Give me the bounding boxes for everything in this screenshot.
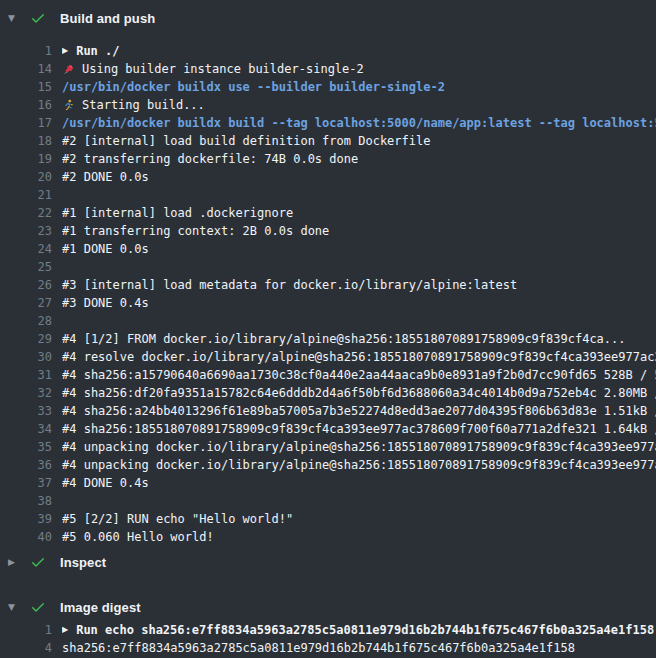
line-number[interactable]: 4 [0,639,52,657]
line-number[interactable]: 16 [0,96,52,114]
line-number[interactable]: 29 [0,330,52,348]
line-content: #1 transferring context: 2B 0.0s done [62,222,656,240]
log-line: 17 /usr/bin/docker buildx build --tag lo… [0,114,656,132]
line-number[interactable]: 30 [0,348,52,366]
line-text: Using builder instance builder-single-2 [82,60,364,78]
line-content: #1 [internal] load .dockerignore [62,204,656,222]
line-content: ▶Run ./ [62,42,656,60]
line-number[interactable]: 28 [0,312,52,330]
log-line: 28 [0,312,656,330]
section-title: Inspect [60,555,106,570]
section-title: Image digest [60,600,141,615]
log-line: 21 [0,186,656,204]
line-text: #4 [1/2] FROM docker.io/library/alpine@s… [62,330,626,348]
line-number[interactable]: 27 [0,294,52,312]
line-content: #4 [1/2] FROM docker.io/library/alpine@s… [62,330,656,348]
log-line: 14 Using builder instance builder-single… [0,60,656,78]
log-line: 26 #3 [internal] load metadata for docke… [0,276,656,294]
line-number[interactable]: 25 [0,258,52,276]
line-number[interactable]: 38 [0,492,52,510]
line-number[interactable]: 32 [0,384,52,402]
line-text: #2 transferring dockerfile: 74B 0.0s don… [62,150,358,168]
disclosure-triangle-icon[interactable]: ▼ [8,13,20,23]
log-section-build-and-push: ▼ Build and push 1 ▶Run ./ 14 Using buil… [0,6,656,550]
section-header[interactable]: ▼ Build and push [0,6,656,30]
line-number[interactable]: 14 [0,60,52,78]
log-line: 16 Starting build... [0,96,656,114]
line-content: ▶Run echo sha256:e7ff8834a5963a2785c5a08… [62,621,656,639]
line-content: #5 0.060 Hello world! [62,528,656,546]
line-content: /usr/bin/docker buildx use --builder bui… [62,78,656,96]
log-line: 1 ▶Run echo sha256:e7ff8834a5963a2785c5a… [0,621,656,639]
line-text: #4 sha256:a15790640a6690aa1730c38cf0a440… [62,366,656,384]
line-content [62,186,656,204]
section-header[interactable]: ▼ Image digest [0,595,656,619]
line-content: #3 DONE 0.4s [62,294,656,312]
log-line: 37 #4 DONE 0.4s [0,474,656,492]
pushpin-icon [62,63,75,76]
section-header[interactable]: ▶ Inspect [0,550,656,574]
expand-run-icon[interactable]: ▶ [62,621,68,639]
line-number[interactable]: 17 [0,114,52,132]
line-number[interactable]: 24 [0,240,52,258]
line-number[interactable]: 37 [0,474,52,492]
line-content: #4 resolve docker.io/library/alpine@sha2… [62,348,656,366]
line-number[interactable]: 36 [0,456,52,474]
line-text: #5 0.060 Hello world! [62,528,214,546]
line-number[interactable]: 22 [0,204,52,222]
line-content: #2 [internal] load build definition from… [62,132,656,150]
line-content [62,312,656,330]
line-number[interactable]: 40 [0,528,52,546]
log-line: 23 #1 transferring context: 2B 0.0s done [0,222,656,240]
line-number[interactable]: 1 [0,621,52,639]
section-title: Build and push [60,11,155,26]
expand-run-icon[interactable]: ▶ [62,42,68,60]
line-content: #2 DONE 0.0s [62,168,656,186]
line-number[interactable]: 21 [0,186,52,204]
log-line: 25 [0,258,656,276]
line-text: /usr/bin/docker buildx build --tag local… [62,114,656,132]
log-line: 38 [0,492,656,510]
line-number[interactable]: 18 [0,132,52,150]
line-text: #4 sha256:a24bb4013296f61e89ba57005a7b3e… [62,402,656,420]
log-line: 40 #5 0.060 Hello world! [0,528,656,546]
line-number[interactable]: 26 [0,276,52,294]
line-content: Starting build... [62,96,656,114]
line-text: Run echo sha256:e7ff8834a5963a2785c5a081… [76,621,654,639]
log-line: 22 #1 [internal] load .dockerignore [0,204,656,222]
line-number[interactable]: 35 [0,438,52,456]
line-content: #3 [internal] load metadata for docker.i… [62,276,656,294]
line-content: sha256:e7ff8834a5963a2785c5a0811e979d16b… [62,639,656,657]
line-number[interactable]: 19 [0,150,52,168]
line-text: #2 DONE 0.0s [62,168,149,186]
disclosure-triangle-icon[interactable]: ▼ [8,602,20,612]
line-number[interactable]: 31 [0,366,52,384]
line-content: #4 sha256:a15790640a6690aa1730c38cf0a440… [62,366,656,384]
log-line: 1 ▶Run ./ [0,42,656,60]
line-number[interactable]: 39 [0,510,52,528]
log-line: 39 #5 [2/2] RUN echo "Hello world!" [0,510,656,528]
log-line: 15 /usr/bin/docker buildx use --builder … [0,78,656,96]
line-content: #1 DONE 0.0s [62,240,656,258]
line-content: #4 sha256:185518070891758909c9f839cf4ca3… [62,420,656,438]
line-number[interactable]: 33 [0,402,52,420]
log-section-image-digest: ▼ Image digest 1 ▶Run echo sha256:e7ff88… [0,595,656,657]
line-text: Run ./ [76,42,119,60]
line-content: #5 [2/2] RUN echo "Hello world!" [62,510,656,528]
line-number[interactable]: 23 [0,222,52,240]
line-content: Using builder instance builder-single-2 [62,60,656,78]
log-section-inspect: ▶ Inspect [0,550,656,574]
disclosure-triangle-icon[interactable]: ▶ [8,557,20,567]
line-text: #4 resolve docker.io/library/alpine@sha2… [62,348,656,366]
line-text: #3 DONE 0.4s [62,294,149,312]
line-number[interactable]: 20 [0,168,52,186]
line-text: #4 sha256:df20fa9351a15782c64e6dddb2d4a6… [62,384,656,402]
log-line: 33 #4 sha256:a24bb4013296f61e89ba57005a7… [0,402,656,420]
line-number[interactable]: 1 [0,42,52,60]
line-number[interactable]: 15 [0,78,52,96]
line-number[interactable]: 34 [0,420,52,438]
line-content [62,258,656,276]
check-success-icon [30,554,46,570]
line-text: #4 unpacking docker.io/library/alpine@sh… [62,456,656,474]
line-text: #1 transferring context: 2B 0.0s done [62,222,329,240]
